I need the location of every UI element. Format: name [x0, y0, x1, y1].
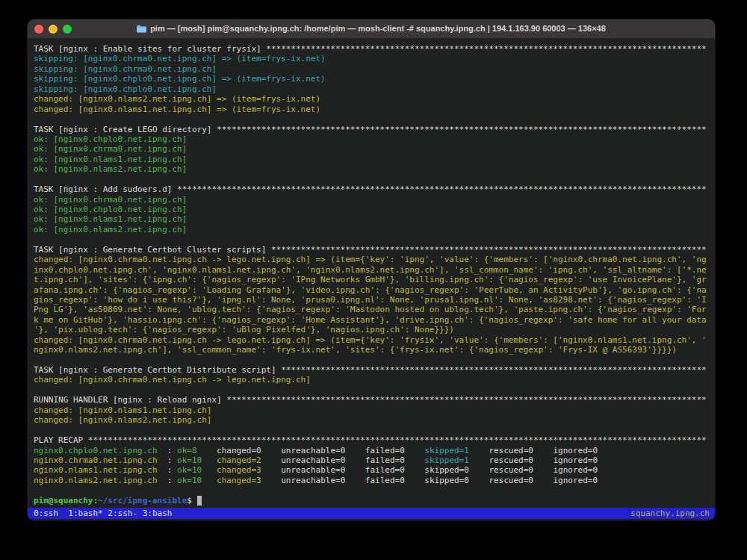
terminal-line: t.ipng.ch'], 'sites': {'ipng.ch': {'nagi… [34, 275, 715, 284]
window-title: pim — [mosh] pim@squanchy.ipng.ch: /home… [28, 19, 715, 40]
terminal-line [34, 355, 715, 365]
terminal-line: skipping: [nginx0.chplo0.net.ipng.ch] [34, 84, 715, 94]
terminal-line: changed: [nginx0.chrma0.net.ipng.ch -> l… [34, 335, 715, 345]
terminal-line: afana.ipng.ch': {'nagios_regexp': 'Loadi… [34, 285, 715, 295]
terminal-line: TASK [nginx : Generate Certbot Cluster s… [34, 245, 715, 255]
terminal-line: ok: [nginx0.nlams1.net.ipng.ch] [34, 214, 715, 224]
terminal-line [34, 234, 715, 244]
terminal-line: k me on GitHub'}, 'hassio.ipng.ch': {'na… [34, 315, 715, 325]
terminal-line: nginx0.nlams2.net.ipng.ch : ok=10 change… [34, 476, 715, 485]
terminal-line: skipping: [nginx0.chrma0.net.ipng.ch] [34, 64, 715, 74]
terminal-line: nginx0.chrma0.net.ipng.ch : ok=10 change… [34, 455, 715, 465]
terminal-line: ok: [nginx0.chplo0.net.ipng.ch] [34, 205, 715, 214]
terminal-line [34, 426, 715, 435]
terminal-cursor [197, 496, 202, 505]
terminal-line: skipping: [nginx0.chplo0.net.ipng.ch] =>… [34, 74, 715, 84]
terminal-line: TASK [nginx : Add sudoers.d] ***********… [34, 184, 715, 194]
terminal-line: ok: [nginx0.nlams2.net.ipng.ch] [34, 225, 715, 234]
terminal-line: nginx0.nlams2.net.ipng.ch'], 'ssl_common… [34, 345, 715, 355]
terminal-line: changed: [nginx0.chrma0.net.ipng.ch -> l… [34, 255, 715, 264]
terminal-line: Png LG'}, 'as50869.net': None, 'ublog.te… [34, 305, 715, 314]
window-title-text: pim — [mosh] pim@squanchy.ipng.ch: /home… [150, 24, 606, 33]
tmux-statusbar: 0:ssh 1:bash* 2:ssh- 3:bash squanchy.ipn… [28, 508, 715, 519]
terminal-line [34, 114, 715, 124]
terminal-line: changed: [nginx0.nlams1.net.ipng.ch] => … [34, 105, 715, 114]
terminal-window: pim — [mosh] pim@squanchy.ipng.ch: /home… [28, 19, 715, 520]
desktop: pim — [mosh] pim@squanchy.ipng.ch: /home… [0, 0, 747, 560]
terminal-line: TASK [nginx : Generate Certbot Distribut… [34, 365, 715, 375]
terminal-line: inx0.chplo0.net.ipng.ch', 'nginx0.nlams1… [34, 265, 715, 275]
terminal-line: PLAY RECAP *****************************… [34, 435, 715, 445]
terminal-line: ok: [nginx0.nlams2.net.ipng.ch] [34, 164, 715, 174]
terminal-line: nginx0.chplo0.net.ipng.ch : ok=8 changed… [34, 446, 715, 455]
terminal-line [34, 485, 715, 495]
terminal-line: ok: [nginx0.nlams1.net.ipng.ch] [34, 155, 715, 164]
tmux-window-list[interactable]: 0:ssh 1:bash* 2:ssh- 3:bash [34, 508, 172, 519]
terminal-line: TASK [nginx : Enable sites for cluster f… [34, 44, 715, 54]
terminal-line: nginx0.nlams1.net.ipng.ch : ok=10 change… [34, 465, 715, 475]
terminal-line: RUNNING HANDLER [nginx : Reload nginx] *… [34, 395, 715, 405]
terminal-line: ok: [nginx0.chplo0.net.ipng.ch] [34, 134, 715, 144]
terminal-line: skipping: [nginx0.chrma0.net.ipng.ch] =>… [34, 54, 715, 63]
terminal-line: TASK [nginx : Create LEGO directory] ***… [34, 125, 715, 134]
terminal-content[interactable]: TASK [nginx : Enable sites for cluster f… [28, 39, 715, 508]
terminal-line: gios_regexp': 'how do i use this?'}, 'ip… [34, 295, 715, 305]
terminal-line: pim@squanchy:~/src/ipng-ansible$ [34, 496, 715, 505]
folder-proxy-icon [137, 20, 146, 40]
terminal-line: changed: [nginx0.nlams2.net.ipng.ch] => … [34, 94, 715, 104]
terminal-line [34, 175, 715, 184]
terminal-line: ok: [nginx0.chrma0.net.ipng.ch] [34, 195, 715, 205]
terminal-line: '}, 'pix.ublog.tech': {'nagios_regexp': … [34, 325, 715, 335]
terminal-line: ok: [nginx0.chrma0.net.ipng.ch] [34, 144, 715, 154]
terminal-line [34, 385, 715, 395]
titlebar[interactable]: pim — [mosh] pim@squanchy.ipng.ch: /home… [28, 19, 715, 39]
tmux-hostname: squanchy.ipng.ch [630, 508, 710, 519]
terminal-line: changed: [nginx0.nlams1.net.ipng.ch] [34, 405, 715, 415]
terminal-line: changed: [nginx0.chrma0.net.ipng.ch -> l… [34, 375, 715, 385]
terminal-line: changed: [nginx0.nlams2.net.ipng.ch] [34, 415, 715, 425]
